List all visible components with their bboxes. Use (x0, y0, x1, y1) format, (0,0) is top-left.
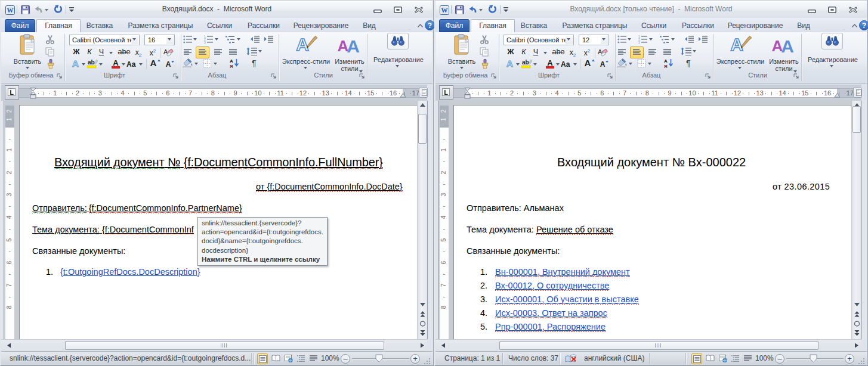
svg-text:ab: ab (522, 59, 529, 66)
svg-text:A: A (296, 35, 309, 54)
svg-text:?: ? (862, 21, 866, 30)
svg-text:A: A (506, 58, 513, 69)
svg-text:3: 3 (204, 41, 206, 44)
svg-text:A: A (72, 58, 79, 69)
svg-text:Aa: Aa (126, 60, 136, 69)
svg-text:Я: Я (664, 64, 668, 69)
svg-text:A: A (113, 58, 119, 67)
svg-text:?: ? (428, 21, 432, 30)
svg-text:ab: ab (88, 59, 95, 66)
svg-text:Я: Я (230, 64, 233, 69)
svg-text:Aa: Aa (561, 60, 570, 69)
svg-text:¶: ¶ (686, 58, 691, 67)
svg-text:A: A (547, 58, 553, 67)
svg-text:3: 3 (638, 41, 640, 44)
svg-text:A: A (600, 60, 606, 68)
svg-text:¶: ¶ (252, 58, 257, 67)
svg-text:A: A (730, 35, 743, 54)
svg-text:A: A (150, 58, 157, 68)
svg-text:A: A (166, 60, 171, 68)
svg-text:A: A (781, 36, 794, 54)
svg-text:A: A (347, 36, 360, 54)
svg-text:A: A (585, 58, 591, 68)
